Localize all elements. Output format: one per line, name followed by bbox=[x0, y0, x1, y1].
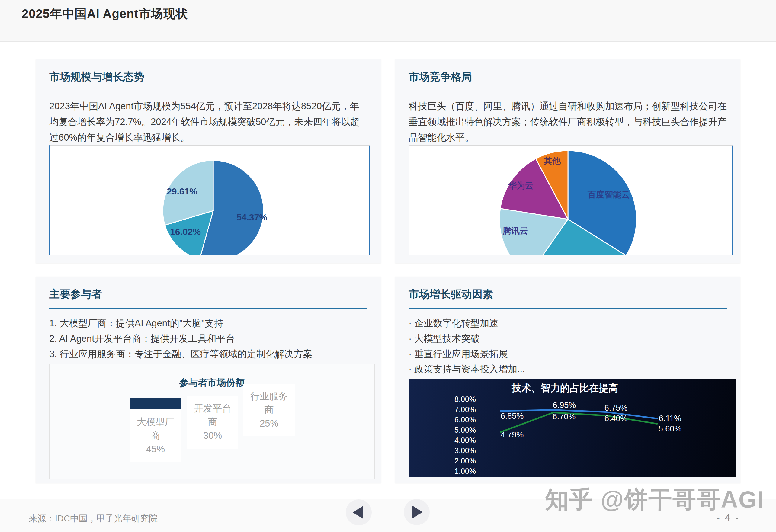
card-label: 大模型厂商 bbox=[134, 415, 177, 442]
list-item: 1. 大模型厂商：提供AI Agent的"大脑"支持 bbox=[49, 316, 368, 331]
drivers-list: · 企业数字化转型加速 · 大模型技术突破 · 垂直行业应用场景拓展 · 政策支… bbox=[408, 316, 727, 377]
share-card-llm-vendor: 大模型厂商 45% bbox=[130, 398, 181, 462]
chart-text: 技术、智力的占比在提高 bbox=[512, 382, 618, 393]
pie-chart-svg: 54.37%16.02%29.61% bbox=[50, 146, 369, 254]
chart-text: 7.00% bbox=[454, 405, 476, 414]
right-arrow-icon bbox=[412, 506, 423, 518]
left-arrow-icon bbox=[353, 506, 363, 519]
chart-text: 6.00% bbox=[454, 415, 476, 424]
chart-text: 6.85% bbox=[501, 411, 524, 420]
chart-text: 5.00% bbox=[454, 426, 476, 434]
list-item: · 政策支持与资本投入增加... bbox=[408, 362, 727, 377]
chart-text: 5.60% bbox=[658, 424, 682, 433]
slide-page: 2025年中国AI Agent市场现状 市场规模与增长态势 2023年中国AI … bbox=[0, 0, 776, 532]
panel-title: 市场竞争格局 bbox=[408, 70, 727, 84]
next-page-button[interactable] bbox=[404, 499, 430, 525]
card-header-bar bbox=[130, 398, 181, 409]
chart-text: 6.40% bbox=[604, 414, 628, 423]
list-item: · 大模型技术突破 bbox=[408, 331, 727, 347]
title-divider bbox=[408, 91, 727, 91]
panel-body-text: 科技巨头（百度、阿里、腾讯）通过自研和收购加速布局；创新型科技公司在垂直领域推出… bbox=[408, 99, 727, 146]
title-divider bbox=[49, 308, 368, 309]
panel-competition: 市场竞争格局 科技巨头（百度、阿里、腾讯）通过自研和收购加速布局；创新型科技公司… bbox=[395, 59, 740, 263]
card-label: 开发平台商 bbox=[191, 401, 234, 429]
card-value: 45% bbox=[134, 442, 177, 456]
list-item: · 企业数字化转型加速 bbox=[408, 316, 727, 331]
panel-title: 市场规模与增长态势 bbox=[49, 70, 368, 84]
share-card-platform-vendor: 开发平台商 30% bbox=[187, 396, 238, 449]
chart-text: 百度智能云 bbox=[587, 190, 630, 199]
participant-share-chart: 参与者市场份额 大模型厂商 45% 开发平台商 30% 行业服务商 25% bbox=[49, 364, 375, 479]
chart-text: 6.75% bbox=[604, 403, 628, 412]
list-item: 2. AI Agent开发平台商：提供开发工具和平台 bbox=[49, 331, 368, 347]
list-item: · 垂直行业应用场景拓展 bbox=[408, 347, 727, 362]
panel-market-size: 市场规模与增长态势 2023年中国AI Agent市场规模为554亿元，预计至2… bbox=[36, 59, 381, 263]
tech-ratio-line-chart: 技术、智力的占比在提高8.00%7.00%6.00%5.00%4.00%3.00… bbox=[408, 379, 737, 477]
chart-text: 2.00% bbox=[454, 457, 476, 465]
chart-text: 8.00% bbox=[454, 395, 476, 403]
chart-text: 华为云 bbox=[508, 181, 534, 190]
card-label: 行业服务商 bbox=[248, 389, 290, 417]
chart-text: 其他 bbox=[544, 156, 561, 165]
chart-text: 6.95% bbox=[553, 401, 576, 410]
chart-text: 29.61% bbox=[167, 186, 197, 196]
watermark-text: 知乎 @饼干哥哥AGI bbox=[545, 484, 765, 516]
source-note: 来源：IDC中国，甲子光年研究院 bbox=[29, 513, 158, 525]
prev-page-button[interactable] bbox=[346, 499, 372, 525]
chart-text: 54.37% bbox=[236, 212, 267, 222]
panel-body-text: 2023年中国AI Agent市场规模为554亿元，预计至2028年将达8520… bbox=[49, 99, 368, 146]
chart-text: 4.00% bbox=[454, 436, 476, 445]
panel-title: 市场增长驱动因素 bbox=[408, 287, 727, 301]
chart-title: 参与者市场份额 bbox=[49, 376, 374, 389]
pie-chart-svg: 百度智能云腾讯云华为云其他 bbox=[409, 146, 732, 254]
page-header: 2025年中国AI Agent市场现状 bbox=[0, 0, 776, 42]
chart-text: 3.00% bbox=[454, 446, 476, 455]
chart-text: 6.70% bbox=[553, 412, 576, 421]
chart-text: 1.00% bbox=[454, 467, 476, 475]
share-card-industry-service: 行业服务商 25% bbox=[243, 384, 295, 436]
competition-pie-chart: 百度智能云腾讯云华为云其他 bbox=[408, 145, 733, 255]
title-divider bbox=[408, 308, 727, 309]
chart-text: 6.11% bbox=[659, 414, 682, 423]
page-title: 2025年中国AI Agent市场现状 bbox=[0, 0, 776, 22]
participants-list: 1. 大模型厂商：提供AI Agent的"大脑"支持 2. AI Agent开发… bbox=[49, 316, 368, 362]
card-value: 25% bbox=[248, 417, 290, 430]
chart-text: 腾讯云 bbox=[503, 226, 528, 235]
card-value: 30% bbox=[191, 429, 234, 442]
market-size-pie-chart: 54.37%16.02%29.61% bbox=[49, 145, 370, 255]
panel-participants: 主要参与者 1. 大模型厂商：提供AI Agent的"大脑"支持 2. AI A… bbox=[36, 277, 381, 483]
panel-growth-drivers: 市场增长驱动因素 · 企业数字化转型加速 · 大模型技术突破 · 垂直行业应用场… bbox=[395, 277, 740, 483]
panel-title: 主要参与者 bbox=[49, 287, 368, 301]
chart-text: 16.02% bbox=[170, 227, 201, 237]
title-divider bbox=[49, 91, 368, 91]
line-chart-svg: 技术、智力的占比在提高8.00%7.00%6.00%5.00%4.00%3.00… bbox=[408, 379, 737, 477]
chart-text: 4.79% bbox=[501, 430, 524, 439]
list-item: 3. 行业应用服务商：专注于金融、医疗等领域的定制化解决方案 bbox=[49, 347, 368, 362]
